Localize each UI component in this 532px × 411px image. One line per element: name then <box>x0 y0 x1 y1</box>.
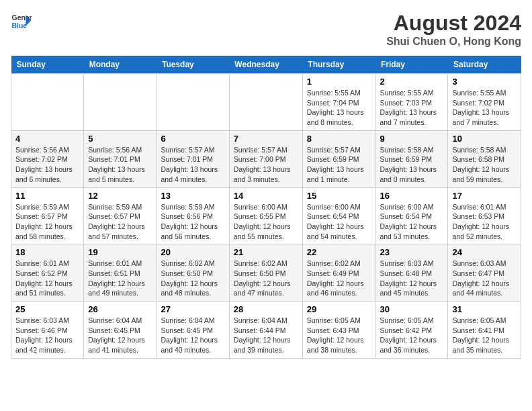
calendar-table: Sunday Monday Tuesday Wednesday Thursday… <box>11 56 521 359</box>
header-row: Sunday Monday Tuesday Wednesday Thursday… <box>11 56 521 74</box>
day-number: 9 <box>380 134 443 144</box>
day-number: 12 <box>88 191 152 201</box>
day-info: Sunrise: 5:57 AM Sunset: 6:59 PM Dayligh… <box>307 145 371 185</box>
calendar-cell: 30Sunrise: 6:05 AM Sunset: 6:42 PM Dayli… <box>375 302 448 359</box>
calendar-cell: 25Sunrise: 6:03 AM Sunset: 6:46 PM Dayli… <box>11 302 84 359</box>
day-info: Sunrise: 6:04 AM Sunset: 6:44 PM Dayligh… <box>234 316 298 355</box>
calendar-cell: 17Sunrise: 6:01 AM Sunset: 6:53 PM Dayli… <box>448 187 521 244</box>
day-info: Sunrise: 6:03 AM Sunset: 6:48 PM Dayligh… <box>380 259 443 298</box>
day-number: 15 <box>307 191 371 201</box>
day-info: Sunrise: 6:00 AM Sunset: 6:55 PM Dayligh… <box>234 202 298 242</box>
calendar-cell: 29Sunrise: 6:05 AM Sunset: 6:43 PM Dayli… <box>302 302 375 359</box>
day-number: 7 <box>234 134 298 144</box>
calendar-cell: 10Sunrise: 5:58 AM Sunset: 6:58 PM Dayli… <box>448 130 521 187</box>
calendar-cell: 19Sunrise: 6:01 AM Sunset: 6:51 PM Dayli… <box>84 244 157 302</box>
calendar-week-2: 4Sunrise: 5:56 AM Sunset: 7:02 PM Daylig… <box>11 130 521 187</box>
day-info: Sunrise: 6:02 AM Sunset: 6:49 PM Dayligh… <box>307 259 371 298</box>
calendar-cell: 13Sunrise: 5:59 AM Sunset: 6:56 PM Dayli… <box>157 187 229 244</box>
day-info: Sunrise: 6:02 AM Sunset: 6:50 PM Dayligh… <box>161 259 224 298</box>
day-number: 16 <box>380 191 443 201</box>
day-number: 2 <box>380 77 443 87</box>
day-info: Sunrise: 5:58 AM Sunset: 6:59 PM Dayligh… <box>380 145 443 185</box>
calendar-cell: 23Sunrise: 6:03 AM Sunset: 6:48 PM Dayli… <box>375 244 448 302</box>
calendar-cell: 7Sunrise: 5:57 AM Sunset: 7:00 PM Daylig… <box>229 130 302 187</box>
calendar-cell: 1Sunrise: 5:55 AM Sunset: 7:04 PM Daylig… <box>302 74 375 131</box>
calendar-cell: 3Sunrise: 5:55 AM Sunset: 7:02 PM Daylig… <box>448 74 521 131</box>
day-info: Sunrise: 6:03 AM Sunset: 6:46 PM Dayligh… <box>15 316 79 355</box>
day-info: Sunrise: 5:57 AM Sunset: 7:01 PM Dayligh… <box>161 145 224 185</box>
day-info: Sunrise: 6:01 AM Sunset: 6:51 PM Dayligh… <box>88 259 152 298</box>
day-info: Sunrise: 6:00 AM Sunset: 6:54 PM Dayligh… <box>307 202 371 242</box>
day-number: 18 <box>15 247 79 257</box>
day-number: 31 <box>452 304 517 314</box>
logo-icon: General Blue <box>11 11 32 32</box>
calendar-cell: 5Sunrise: 5:56 AM Sunset: 7:01 PM Daylig… <box>84 130 157 187</box>
day-number: 11 <box>15 191 79 201</box>
day-number: 29 <box>307 304 371 314</box>
col-thursday: Thursday <box>302 56 375 74</box>
col-sunday: Sunday <box>11 56 84 74</box>
day-number: 21 <box>234 247 298 257</box>
day-number: 14 <box>234 191 298 201</box>
calendar-cell <box>229 74 302 131</box>
col-tuesday: Tuesday <box>157 56 229 74</box>
calendar-cell: 11Sunrise: 5:59 AM Sunset: 6:57 PM Dayli… <box>11 187 84 244</box>
day-info: Sunrise: 5:55 AM Sunset: 7:02 PM Dayligh… <box>452 88 517 128</box>
day-number: 26 <box>88 304 152 314</box>
day-number: 28 <box>234 304 298 314</box>
day-number: 19 <box>88 247 152 257</box>
day-info: Sunrise: 5:55 AM Sunset: 7:04 PM Dayligh… <box>307 88 371 128</box>
title-block: August 2024 Shui Chuen O, Hong Kong <box>386 11 521 48</box>
day-info: Sunrise: 6:05 AM Sunset: 6:42 PM Dayligh… <box>380 316 443 355</box>
calendar-cell: 8Sunrise: 5:57 AM Sunset: 6:59 PM Daylig… <box>302 130 375 187</box>
day-number: 13 <box>161 191 224 201</box>
calendar-week-1: 1Sunrise: 5:55 AM Sunset: 7:04 PM Daylig… <box>11 74 521 131</box>
day-info: Sunrise: 6:01 AM Sunset: 6:52 PM Dayligh… <box>15 259 79 298</box>
calendar-cell: 9Sunrise: 5:58 AM Sunset: 6:59 PM Daylig… <box>375 130 448 187</box>
col-friday: Friday <box>375 56 448 74</box>
day-info: Sunrise: 6:04 AM Sunset: 6:45 PM Dayligh… <box>88 316 152 355</box>
calendar-cell: 2Sunrise: 5:55 AM Sunset: 7:03 PM Daylig… <box>375 74 448 131</box>
day-number: 3 <box>452 77 517 87</box>
calendar-cell: 28Sunrise: 6:04 AM Sunset: 6:44 PM Dayli… <box>229 302 302 359</box>
page-subtitle: Shui Chuen O, Hong Kong <box>386 36 521 48</box>
calendar-cell <box>84 74 157 131</box>
day-info: Sunrise: 5:56 AM Sunset: 7:01 PM Dayligh… <box>88 145 152 185</box>
day-info: Sunrise: 5:58 AM Sunset: 6:58 PM Dayligh… <box>452 145 517 185</box>
calendar-cell: 15Sunrise: 6:00 AM Sunset: 6:54 PM Dayli… <box>302 187 375 244</box>
calendar-cell: 24Sunrise: 6:03 AM Sunset: 6:47 PM Dayli… <box>448 244 521 302</box>
day-number: 27 <box>161 304 224 314</box>
calendar-cell: 21Sunrise: 6:02 AM Sunset: 6:50 PM Dayli… <box>229 244 302 302</box>
page-header: General Blue August 2024 Shui Chuen O, H… <box>11 11 521 48</box>
day-info: Sunrise: 5:56 AM Sunset: 7:02 PM Dayligh… <box>15 145 79 185</box>
day-info: Sunrise: 6:00 AM Sunset: 6:54 PM Dayligh… <box>380 202 443 242</box>
day-info: Sunrise: 5:55 AM Sunset: 7:03 PM Dayligh… <box>380 88 443 128</box>
calendar-cell: 26Sunrise: 6:04 AM Sunset: 6:45 PM Dayli… <box>84 302 157 359</box>
day-number: 22 <box>307 247 371 257</box>
day-info: Sunrise: 6:02 AM Sunset: 6:50 PM Dayligh… <box>234 259 298 298</box>
calendar-cell: 31Sunrise: 6:05 AM Sunset: 6:41 PM Dayli… <box>448 302 521 359</box>
page-title: August 2024 <box>386 11 521 36</box>
calendar-cell: 6Sunrise: 5:57 AM Sunset: 7:01 PM Daylig… <box>157 130 229 187</box>
day-number: 20 <box>161 247 224 257</box>
calendar-week-5: 25Sunrise: 6:03 AM Sunset: 6:46 PM Dayli… <box>11 302 521 359</box>
day-number: 5 <box>88 134 152 144</box>
day-info: Sunrise: 5:59 AM Sunset: 6:57 PM Dayligh… <box>88 202 152 242</box>
calendar-cell: 14Sunrise: 6:00 AM Sunset: 6:55 PM Dayli… <box>229 187 302 244</box>
day-info: Sunrise: 5:59 AM Sunset: 6:56 PM Dayligh… <box>161 202 224 242</box>
calendar-cell: 12Sunrise: 5:59 AM Sunset: 6:57 PM Dayli… <box>84 187 157 244</box>
svg-text:Blue: Blue <box>12 22 28 30</box>
col-saturday: Saturday <box>448 56 521 74</box>
day-info: Sunrise: 5:59 AM Sunset: 6:57 PM Dayligh… <box>15 202 79 242</box>
day-number: 24 <box>452 247 517 257</box>
day-info: Sunrise: 6:05 AM Sunset: 6:41 PM Dayligh… <box>452 316 517 355</box>
day-info: Sunrise: 5:57 AM Sunset: 7:00 PM Dayligh… <box>234 145 298 185</box>
calendar-cell: 4Sunrise: 5:56 AM Sunset: 7:02 PM Daylig… <box>11 130 84 187</box>
col-wednesday: Wednesday <box>229 56 302 74</box>
day-number: 17 <box>452 191 517 201</box>
day-info: Sunrise: 6:03 AM Sunset: 6:47 PM Dayligh… <box>452 259 517 298</box>
day-info: Sunrise: 6:05 AM Sunset: 6:43 PM Dayligh… <box>307 316 371 355</box>
calendar-cell <box>11 74 84 131</box>
day-number: 1 <box>307 77 371 87</box>
day-info: Sunrise: 6:01 AM Sunset: 6:53 PM Dayligh… <box>452 202 517 242</box>
